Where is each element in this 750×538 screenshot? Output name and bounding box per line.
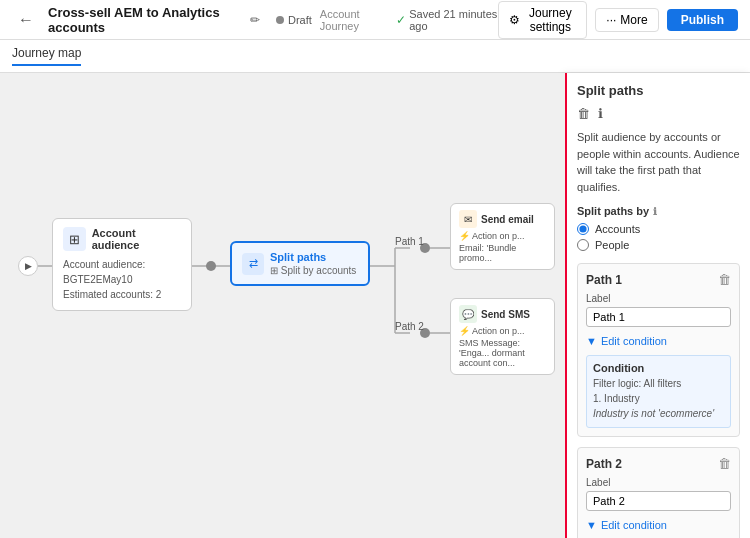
split-info-icon: ℹ <box>653 206 657 217</box>
top-bar: ← Cross-sell AEM to Analytics accounts ✏… <box>0 0 750 40</box>
path1-input[interactable] <box>586 307 731 327</box>
path1-delete-button[interactable]: 🗑 <box>718 272 731 287</box>
svg-point-2 <box>206 261 216 271</box>
audience-label: Account audience: <box>63 259 145 270</box>
radio-group: Accounts People <box>577 223 740 251</box>
canvas-area: ▶ ⊞ Account audience Account audience: B… <box>0 73 565 538</box>
email-node-detail: Email: 'Bundle promo... <box>459 243 546 263</box>
page-title: Cross-sell AEM to Analytics accounts <box>48 5 242 35</box>
audience-node-body: Account audience: BGTE2EMay10 Estimated … <box>63 257 181 302</box>
audience-node[interactable]: ⊞ Account audience Account audience: BGT… <box>52 218 192 311</box>
main-layout: ▶ ⊞ Account audience Account audience: B… <box>0 73 750 538</box>
split-by-text: Split paths by <box>577 205 649 217</box>
audience-node-title: Account audience <box>92 227 181 251</box>
right-panel: Split paths 🗑 ℹ Split audience by accoun… <box>565 73 750 538</box>
path1-condition-box: Condition Filter logic: All filters 1. I… <box>586 355 731 428</box>
path2-label-text: Label <box>586 477 731 488</box>
path1-header: Path 1 🗑 <box>586 272 731 287</box>
split-node-sub: ⊞ Split by accounts <box>270 265 356 276</box>
split-node[interactable]: ⇄ Split paths ⊞ Split by accounts <box>230 241 370 286</box>
radio-accounts-label: Accounts <box>595 223 640 235</box>
settings-icon: ⚙ <box>509 13 520 27</box>
path2-edit-condition-button[interactable]: ▼ Edit condition <box>586 519 667 531</box>
top-bar-left: ← Cross-sell AEM to Analytics accounts ✏… <box>12 5 498 35</box>
email-icon: ✉ <box>459 210 477 228</box>
sms-node-header: 💬 Send SMS <box>459 305 546 323</box>
estimated-value: 2 <box>156 289 162 300</box>
saved-text: Saved 21 minutes ago <box>409 8 498 32</box>
more-dots-icon: ··· <box>606 13 616 27</box>
audience-icon: ⊞ <box>63 227 86 251</box>
saved-check-icon: ✓ <box>396 13 406 27</box>
path2-delete-button[interactable]: 🗑 <box>718 456 731 471</box>
path2-header: Path 2 🗑 <box>586 456 731 471</box>
edit-condition-label: Edit condition <box>601 335 667 347</box>
radio-accounts: Accounts <box>577 223 740 235</box>
tab-journey-map[interactable]: Journey map <box>12 46 81 66</box>
panel-delete-button[interactable]: 🗑 <box>577 106 590 121</box>
more-label: More <box>620 13 647 27</box>
sms-node-detail: SMS Message: 'Enga... dormant account co… <box>459 338 546 368</box>
email-node-header: ✉ Send email <box>459 210 546 228</box>
sub-bar: Journey map <box>0 40 750 73</box>
path1-condition-industry: Industry is not 'ecommerce' <box>593 408 714 419</box>
split-node-header: ⇄ Split paths ⊞ Split by accounts <box>242 251 358 276</box>
draft-status: Draft <box>288 14 312 26</box>
panel-info-button[interactable]: ℹ <box>598 106 603 121</box>
play-button[interactable]: ▶ <box>18 256 38 276</box>
split-node-title: Split paths <box>270 251 356 263</box>
radio-people: People <box>577 239 740 251</box>
email-node[interactable]: ✉ Send email ⚡ Action on p... Email: 'Bu… <box>450 203 555 270</box>
estimated-label: Estimated accounts: <box>63 289 153 300</box>
sms-node-sub: ⚡ Action on p... <box>459 326 546 336</box>
path2-section: Path 2 🗑 Label ▼ Edit condition Conditio… <box>577 447 740 538</box>
panel-icons: 🗑 ℹ <box>577 106 740 121</box>
filter-icon: ▼ <box>586 335 597 347</box>
path1-canvas-label: Path 1 <box>395 236 424 247</box>
status-dot <box>276 16 284 24</box>
journey-settings-button[interactable]: ⚙ Journey settings <box>498 1 587 39</box>
path1-condition-detail: Filter logic: All filters 1. Industry In… <box>593 376 724 421</box>
audience-value: BGTE2EMay10 <box>63 274 132 285</box>
radio-people-label: People <box>595 239 629 251</box>
email-node-sub: ⚡ Action on p... <box>459 231 546 241</box>
edit-condition2-label: Edit condition <box>601 519 667 531</box>
sms-node-title: Send SMS <box>481 309 530 320</box>
path1-title: Path 1 <box>586 273 622 287</box>
split-by-label: Split paths by ℹ <box>577 205 740 217</box>
email-node-title: Send email <box>481 214 534 225</box>
radio-people-input[interactable] <box>577 239 589 251</box>
top-bar-right: ⚙ Journey settings ··· More Publish <box>498 1 738 39</box>
radio-accounts-input[interactable] <box>577 223 589 235</box>
path1-condition-title: Condition <box>593 362 724 374</box>
publish-button[interactable]: Publish <box>667 9 738 31</box>
edit-icon[interactable]: ✏ <box>250 13 260 27</box>
sms-node[interactable]: 💬 Send SMS ⚡ Action on p... SMS Message:… <box>450 298 555 375</box>
breadcrumb: Account Journey <box>320 8 388 32</box>
filter2-icon: ▼ <box>586 519 597 531</box>
path1-section: Path 1 🗑 Label ▼ Edit condition Conditio… <box>577 263 740 437</box>
path1-label-text: Label <box>586 293 731 304</box>
path1-edit-condition-button[interactable]: ▼ Edit condition <box>586 335 667 347</box>
sms-icon: 💬 <box>459 305 477 323</box>
split-icon: ⇄ <box>242 253 264 275</box>
back-button[interactable]: ← <box>12 9 40 31</box>
path2-canvas-label: Path 2 <box>395 321 424 332</box>
panel-description: Split audience by accounts or people wit… <box>577 129 740 195</box>
audience-node-header: ⊞ Account audience <box>63 227 181 251</box>
path2-input[interactable] <box>586 491 731 511</box>
more-button[interactable]: ··· More <box>595 8 658 32</box>
journey-settings-label: Journey settings <box>524 6 576 34</box>
panel-title: Split paths <box>577 83 740 98</box>
path2-title: Path 2 <box>586 457 622 471</box>
